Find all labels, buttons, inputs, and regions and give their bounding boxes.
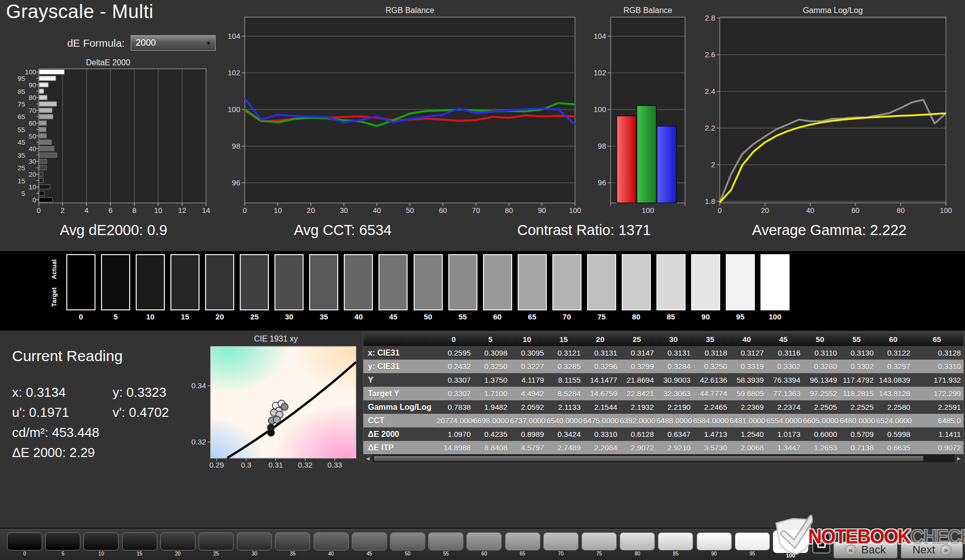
svg-text:102: 102	[594, 68, 606, 77]
table-row[interactable]: x: CIE310.25950.30980.30950.31210.31310.…	[363, 346, 963, 360]
grayscale-swatch-45	[378, 254, 408, 310]
pattern-level-button-5[interactable]	[45, 532, 80, 550]
table-cell: 1.0173	[766, 427, 803, 441]
table-cell: 20774.0000	[437, 414, 473, 427]
svg-text:6: 6	[109, 206, 113, 214]
pattern-level-button-75[interactable]	[582, 532, 617, 550]
table-cell: 2.2505	[803, 400, 840, 414]
svg-text:100: 100	[25, 68, 36, 76]
table-row[interactable]: CCT20774.00006698.00006737.00006540.0000…	[363, 414, 963, 427]
pattern-level-label: 55	[428, 551, 463, 556]
stat-average-gamma: Average Gamma: 2.222	[752, 222, 906, 239]
swatch-label: 15	[170, 312, 200, 321]
table-cell: 0.3116	[766, 346, 803, 360]
pattern-level-label: 5	[45, 551, 80, 556]
table-cell: 6392.0000	[620, 414, 656, 427]
table-header-row: 05101520253035404550556065	[363, 332, 963, 346]
scrollbar-thumb[interactable]	[373, 456, 924, 462]
table-row[interactable]: Target Y0.33071.71004.49428.528414.67592…	[363, 387, 963, 400]
reading-delta-e: ΔE 2000: 2.29	[12, 445, 95, 461]
table-row[interactable]: Gamma Log/Log0.78381.94822.05922.11332.1…	[363, 400, 963, 414]
table-cell: 0.6347	[656, 427, 693, 441]
pattern-level-button-20[interactable]	[160, 532, 196, 550]
table-cell: 0.3285	[546, 360, 583, 373]
svg-text:50: 50	[29, 133, 36, 140]
table-cell: 1.4713	[693, 427, 730, 441]
table-cell: 1.7100	[473, 387, 510, 400]
deltae-bar-0	[39, 197, 52, 202]
current-reading-title: Current Reading	[12, 348, 123, 365]
swatch-label: 95	[726, 312, 755, 321]
measurement-table: 05101520253035404550556065x: CIE310.2595…	[363, 332, 964, 455]
table-cell: 6737.0000	[510, 414, 547, 427]
pattern-level-label: 30	[237, 551, 272, 556]
table-row[interactable]: ΔE ITP14.89888.84084.57972.74892.20842.9…	[363, 441, 963, 455]
pattern-window-button[interactable]	[812, 533, 830, 553]
svg-text:0.34: 0.34	[191, 381, 206, 390]
table-cell: 0.3307	[437, 387, 473, 400]
stat-contrast-ratio: Contrast Ratio: 1371	[517, 222, 651, 239]
grayscale-swatch-0	[66, 254, 95, 310]
swatch-label: 55	[448, 312, 477, 321]
pattern-level-button-65[interactable]	[505, 532, 540, 550]
table-cell: 30.9003	[656, 373, 693, 387]
svg-text:12: 12	[178, 206, 186, 214]
pattern-level-button-80[interactable]	[620, 532, 655, 550]
de-formula-dropdown[interactable]: 2000 ▼	[131, 35, 216, 51]
next-button-label: Next	[912, 543, 935, 556]
table-row-label: ΔE ITP	[363, 441, 437, 455]
table-cell: 1.9482	[473, 400, 510, 414]
pattern-level-button-50[interactable]	[390, 532, 425, 550]
svg-text:2: 2	[711, 160, 715, 169]
table-cell: 0.3110	[803, 346, 840, 360]
stat-avg-cct: Avg CCT: 6534	[294, 222, 392, 239]
pattern-level-button-0[interactable]	[7, 532, 42, 550]
deltae-bar-25	[39, 166, 47, 170]
pattern-level-button-35[interactable]	[275, 532, 310, 550]
pattern-level-button-85[interactable]	[658, 532, 693, 550]
table-row[interactable]: Y0.33071.37504.11798.115514.147721.86943…	[363, 373, 963, 387]
table-row[interactable]: y: CIE310.24320.32500.32270.32850.32960.…	[363, 360, 963, 373]
svg-text:60: 60	[29, 120, 36, 127]
pattern-level-button-70[interactable]	[543, 532, 578, 550]
pattern-level-button-25[interactable]	[199, 532, 234, 550]
svg-text:2.4: 2.4	[705, 87, 715, 95]
pattern-level-button-30[interactable]	[237, 532, 272, 550]
pattern-level-button-100[interactable]	[773, 530, 808, 553]
pattern-level-button-15[interactable]	[122, 532, 157, 550]
table-horizontal-scrollbar[interactable]: ◀ ▶	[363, 454, 964, 463]
svg-text:35: 35	[18, 152, 25, 159]
swatch-label: 35	[309, 312, 338, 321]
pattern-level-button-55[interactable]	[428, 532, 463, 550]
table-cell: 58.3939	[730, 373, 766, 387]
grayscale-swatch-90	[691, 254, 720, 310]
back-button[interactable]: « Back	[833, 541, 898, 558]
pattern-level-button-10[interactable]	[83, 532, 119, 550]
pattern-level-button-90[interactable]	[697, 532, 732, 550]
svg-text:20: 20	[761, 206, 769, 214]
pattern-level-label: 50	[390, 551, 425, 556]
svg-text:95: 95	[18, 75, 25, 82]
grayscale-swatch-35	[309, 254, 338, 310]
table-cell: 2.2525	[839, 400, 876, 414]
table-column-header-10: 10	[510, 332, 547, 346]
table-row[interactable]: ΔE 20001.09700.42350.89890.34240.33100.6…	[363, 427, 963, 441]
svg-text:0: 0	[718, 206, 722, 214]
pattern-level-button-95[interactable]	[735, 532, 770, 550]
table-cell: 118.2815	[839, 387, 876, 400]
table-cell: 0.3122	[876, 346, 913, 360]
scrollbar-right-arrow-icon[interactable]: ▶	[954, 455, 963, 463]
deltae-bar-80	[39, 95, 47, 100]
table-cell: 0.3297	[876, 360, 913, 373]
next-button[interactable]: Next »	[901, 541, 963, 558]
table-cell: 6554.0000	[766, 414, 803, 427]
table-cell: 0.3250	[473, 360, 510, 373]
svg-text:45: 45	[18, 139, 25, 146]
swatch-label: 80	[622, 312, 651, 321]
table-cell: 8.1155	[546, 373, 583, 387]
scrollbar-left-arrow-icon[interactable]: ◀	[363, 455, 372, 463]
pattern-level-button-40[interactable]	[314, 532, 349, 550]
table-cell: 1.3447	[766, 441, 803, 455]
pattern-level-button-60[interactable]	[466, 532, 502, 550]
pattern-level-button-45[interactable]	[352, 532, 387, 550]
